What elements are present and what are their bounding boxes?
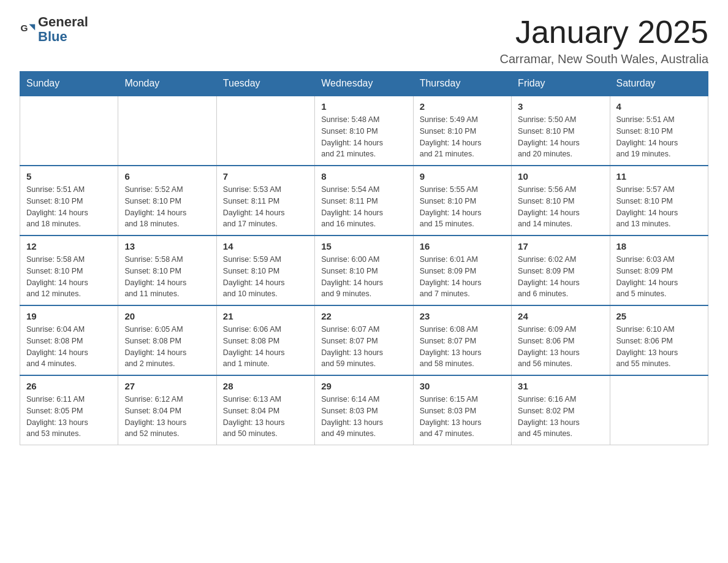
calendar-cell: 25Sunrise: 6:10 AM Sunset: 8:06 PM Dayli… [610, 305, 708, 375]
calendar-cell: 21Sunrise: 6:06 AM Sunset: 8:08 PM Dayli… [216, 305, 314, 375]
calendar-cell: 26Sunrise: 6:11 AM Sunset: 8:05 PM Dayli… [20, 375, 118, 445]
day-info: Sunrise: 5:58 AM Sunset: 8:10 PM Dayligh… [124, 254, 210, 300]
calendar-cell: 17Sunrise: 6:02 AM Sunset: 8:09 PM Dayli… [512, 236, 610, 305]
title-area: January 2025 Carramar, New South Wales, … [500, 15, 709, 66]
calendar-cell: 14Sunrise: 5:59 AM Sunset: 8:10 PM Dayli… [216, 236, 314, 305]
week-row-4: 19Sunrise: 6:04 AM Sunset: 8:08 PM Dayli… [20, 305, 708, 375]
calendar-cell [20, 96, 118, 166]
day-number: 14 [223, 241, 308, 251]
day-info: Sunrise: 5:53 AM Sunset: 8:11 PM Dayligh… [223, 184, 308, 230]
day-info: Sunrise: 6:01 AM Sunset: 8:09 PM Dayligh… [420, 254, 505, 300]
day-info: Sunrise: 6:12 AM Sunset: 8:04 PM Dayligh… [124, 394, 210, 440]
page-header: G General Blue January 2025 Carramar, Ne… [20, 15, 708, 66]
day-info: Sunrise: 6:13 AM Sunset: 8:04 PM Dayligh… [223, 394, 308, 440]
day-info: Sunrise: 5:50 AM Sunset: 8:10 PM Dayligh… [518, 114, 603, 160]
day-info: Sunrise: 5:49 AM Sunset: 8:10 PM Dayligh… [420, 114, 505, 160]
calendar-cell: 11Sunrise: 5:57 AM Sunset: 8:10 PM Dayli… [610, 166, 708, 236]
weekday-header-thursday: Thursday [413, 72, 511, 96]
svg-text:G: G [20, 23, 28, 33]
day-number: 29 [321, 381, 406, 391]
day-number: 27 [124, 381, 210, 391]
location-subtitle: Carramar, New South Wales, Australia [500, 52, 709, 66]
calendar-cell: 7Sunrise: 5:53 AM Sunset: 8:11 PM Daylig… [216, 166, 314, 236]
weekday-header-monday: Monday [118, 72, 216, 96]
day-info: Sunrise: 6:06 AM Sunset: 8:08 PM Dayligh… [223, 324, 308, 370]
day-number: 7 [223, 171, 308, 182]
day-number: 24 [518, 311, 603, 321]
calendar-cell: 19Sunrise: 6:04 AM Sunset: 8:08 PM Dayli… [20, 305, 118, 375]
calendar-cell [610, 375, 708, 445]
calendar-cell: 22Sunrise: 6:07 AM Sunset: 8:07 PM Dayli… [315, 305, 413, 375]
logo-general-text: General Blue [38, 15, 88, 44]
calendar-cell: 20Sunrise: 6:05 AM Sunset: 8:08 PM Dayli… [118, 305, 216, 375]
month-title: January 2025 [500, 15, 709, 50]
day-info: Sunrise: 6:03 AM Sunset: 8:09 PM Dayligh… [616, 254, 702, 300]
weekday-header-row: SundayMondayTuesdayWednesdayThursdayFrid… [20, 72, 708, 96]
calendar-cell: 16Sunrise: 6:01 AM Sunset: 8:09 PM Dayli… [413, 236, 511, 305]
calendar-cell [118, 96, 216, 166]
calendar-cell: 18Sunrise: 6:03 AM Sunset: 8:09 PM Dayli… [610, 236, 708, 305]
day-number: 11 [616, 171, 702, 182]
day-info: Sunrise: 6:11 AM Sunset: 8:05 PM Dayligh… [26, 394, 112, 440]
day-number: 12 [26, 241, 112, 251]
calendar-cell: 4Sunrise: 5:51 AM Sunset: 8:10 PM Daylig… [610, 96, 708, 166]
calendar-cell: 12Sunrise: 5:58 AM Sunset: 8:10 PM Dayli… [20, 236, 118, 305]
weekday-header-wednesday: Wednesday [315, 72, 413, 96]
day-number: 8 [321, 171, 406, 182]
calendar-cell: 15Sunrise: 6:00 AM Sunset: 8:10 PM Dayli… [315, 236, 413, 305]
calendar-table: SundayMondayTuesdayWednesdayThursdayFrid… [20, 71, 708, 445]
generalblue-logo-icon: G [20, 21, 37, 38]
weekday-header-friday: Friday [512, 72, 610, 96]
day-number: 6 [124, 171, 210, 182]
week-row-5: 26Sunrise: 6:11 AM Sunset: 8:05 PM Dayli… [20, 375, 708, 445]
calendar-cell: 3Sunrise: 5:50 AM Sunset: 8:10 PM Daylig… [512, 96, 610, 166]
day-number: 21 [223, 311, 308, 321]
day-number: 28 [223, 381, 308, 391]
day-number: 18 [616, 241, 702, 251]
calendar-cell: 9Sunrise: 5:55 AM Sunset: 8:10 PM Daylig… [413, 166, 511, 236]
day-info: Sunrise: 6:08 AM Sunset: 8:07 PM Dayligh… [420, 324, 505, 370]
weekday-header-sunday: Sunday [20, 72, 118, 96]
day-number: 4 [616, 101, 702, 112]
weekday-header-saturday: Saturday [610, 72, 708, 96]
day-number: 1 [321, 101, 406, 112]
calendar-cell [216, 96, 314, 166]
day-info: Sunrise: 6:00 AM Sunset: 8:10 PM Dayligh… [321, 254, 406, 300]
week-row-1: 1Sunrise: 5:48 AM Sunset: 8:10 PM Daylig… [20, 96, 708, 166]
weekday-header-tuesday: Tuesday [216, 72, 314, 96]
calendar-cell: 5Sunrise: 5:51 AM Sunset: 8:10 PM Daylig… [20, 166, 118, 236]
day-number: 3 [518, 101, 603, 112]
calendar-cell: 29Sunrise: 6:14 AM Sunset: 8:03 PM Dayli… [315, 375, 413, 445]
day-info: Sunrise: 5:52 AM Sunset: 8:10 PM Dayligh… [124, 184, 210, 230]
day-number: 25 [616, 311, 702, 321]
day-info: Sunrise: 5:54 AM Sunset: 8:11 PM Dayligh… [321, 184, 406, 230]
logo: G General Blue [20, 15, 88, 44]
day-info: Sunrise: 6:04 AM Sunset: 8:08 PM Dayligh… [26, 324, 112, 370]
day-number: 16 [420, 241, 505, 251]
logo-blue-word: Blue [38, 29, 67, 44]
day-number: 5 [26, 171, 112, 182]
day-info: Sunrise: 6:15 AM Sunset: 8:03 PM Dayligh… [420, 394, 505, 440]
day-number: 2 [420, 101, 505, 112]
calendar-cell: 13Sunrise: 5:58 AM Sunset: 8:10 PM Dayli… [118, 236, 216, 305]
day-number: 23 [420, 311, 505, 321]
day-number: 9 [420, 171, 505, 182]
day-info: Sunrise: 5:55 AM Sunset: 8:10 PM Dayligh… [420, 184, 505, 230]
day-number: 13 [124, 241, 210, 251]
day-info: Sunrise: 6:16 AM Sunset: 8:02 PM Dayligh… [518, 394, 603, 440]
day-number: 17 [518, 241, 603, 251]
day-number: 31 [518, 381, 603, 391]
day-info: Sunrise: 6:05 AM Sunset: 8:08 PM Dayligh… [124, 324, 210, 370]
day-info: Sunrise: 5:51 AM Sunset: 8:10 PM Dayligh… [616, 114, 702, 160]
day-info: Sunrise: 6:14 AM Sunset: 8:03 PM Dayligh… [321, 394, 406, 440]
day-number: 26 [26, 381, 112, 391]
day-info: Sunrise: 5:56 AM Sunset: 8:10 PM Dayligh… [518, 184, 603, 230]
day-number: 30 [420, 381, 505, 391]
calendar-cell: 27Sunrise: 6:12 AM Sunset: 8:04 PM Dayli… [118, 375, 216, 445]
calendar-cell: 6Sunrise: 5:52 AM Sunset: 8:10 PM Daylig… [118, 166, 216, 236]
logo-general-word: General [38, 14, 88, 29]
day-info: Sunrise: 5:57 AM Sunset: 8:10 PM Dayligh… [616, 184, 702, 230]
day-info: Sunrise: 6:09 AM Sunset: 8:06 PM Dayligh… [518, 324, 603, 370]
day-info: Sunrise: 5:48 AM Sunset: 8:10 PM Dayligh… [321, 114, 406, 160]
week-row-3: 12Sunrise: 5:58 AM Sunset: 8:10 PM Dayli… [20, 236, 708, 305]
